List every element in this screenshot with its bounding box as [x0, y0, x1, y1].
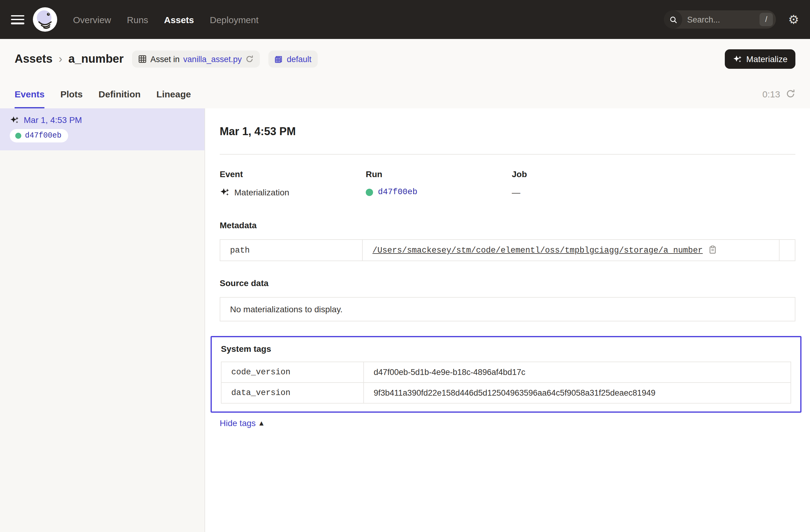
- metadata-key: path: [220, 240, 362, 261]
- refresh-countdown: 0:13: [763, 88, 780, 99]
- nav-item-deployment[interactable]: Deployment: [210, 14, 259, 25]
- table-row: data_version 9f3b411a390fd22e158d446d5d1…: [221, 383, 791, 403]
- table-row: code_version d47f00eb-5d1b-4e9e-b18c-489…: [221, 362, 791, 383]
- tabs-row: Events Plots Definition Lineage 0:13: [0, 79, 810, 108]
- event-column-header: Event: [220, 169, 366, 179]
- run-chip[interactable]: d47f00eb: [10, 129, 68, 142]
- metadata-heading: Metadata: [220, 220, 795, 230]
- system-tags-highlight-box: System tags code_version d47f00eb-5d1b-4…: [211, 336, 801, 413]
- event-list-item-selected[interactable]: Mar 1, 4:53 PM d47f00eb: [0, 108, 205, 150]
- sparkle-icon: [733, 54, 742, 64]
- job-value: —: [512, 188, 520, 197]
- search-shortcut-key: /: [760, 13, 773, 26]
- event-list-sidebar: Mar 1, 4:53 PM d47f00eb: [0, 108, 205, 532]
- menu-icon[interactable]: [11, 15, 25, 24]
- metadata-path-link[interactable]: /Users/smackesey/stm/code/elementl/oss/t…: [372, 246, 703, 255]
- system-tag-key: data_version: [221, 383, 363, 403]
- refresh-icon[interactable]: [785, 89, 795, 99]
- system-tag-value: d47f00eb-5d1b-4e9e-b18c-4896af4bd17c: [363, 362, 791, 383]
- system-tag-value: 9f3b411a390fd22e158d446d5d12504963596aa6…: [363, 383, 791, 403]
- top-nav: Overview Runs Assets Deployment / ⚙: [0, 0, 810, 39]
- system-tags-heading: System tags: [221, 344, 791, 354]
- breadcrumb-assets[interactable]: Assets: [15, 52, 53, 66]
- metadata-section: Metadata path /Users/smackesey/stm/code/…: [220, 220, 795, 261]
- event-type-value: Materialization: [234, 188, 289, 197]
- event-detail-title: Mar 1, 4:53 PM: [220, 125, 795, 138]
- materialize-button[interactable]: Materialize: [725, 49, 795, 69]
- page-header: Assets › a_number Asset in vanilla_asset…: [0, 39, 810, 79]
- tab-lineage[interactable]: Lineage: [157, 79, 191, 108]
- metadata-table: path /Users/smackesey/stm/code/elementl/…: [220, 239, 795, 261]
- caret-up-icon: ▲: [259, 420, 263, 426]
- sparkle-icon: [220, 188, 229, 197]
- search-box[interactable]: /: [664, 10, 776, 29]
- copy-icon[interactable]: [708, 245, 717, 254]
- metadata-tail-cell: [779, 240, 795, 261]
- divider: [220, 154, 795, 155]
- asset-file-link[interactable]: vanilla_asset.py: [183, 54, 242, 64]
- table-grid-icon: [138, 55, 147, 63]
- breadcrumb-asset-name: a_number: [68, 52, 124, 66]
- sparkle-icon: [10, 115, 19, 125]
- hide-tags-link[interactable]: Hide tags ▲: [220, 418, 263, 428]
- run-status-dot: [366, 188, 373, 196]
- chevron-right-icon: ›: [59, 53, 62, 65]
- tab-events[interactable]: Events: [15, 79, 45, 108]
- layered-grid-icon: [274, 55, 283, 63]
- tab-plots[interactable]: Plots: [60, 79, 82, 108]
- system-tags-table: code_version d47f00eb-5d1b-4e9e-b18c-489…: [221, 361, 791, 404]
- run-id: d47f00eb: [25, 131, 62, 140]
- screenshot-root: Overview Runs Assets Deployment / ⚙ Asse…: [0, 0, 810, 532]
- tab-definition[interactable]: Definition: [99, 79, 141, 108]
- asset-definition-badge: Asset in vanilla_asset.py: [132, 50, 260, 68]
- run-column-header: Run: [366, 169, 512, 179]
- source-data-heading: Source data: [220, 278, 795, 288]
- reload-definition-icon[interactable]: [245, 55, 254, 63]
- search-icon: [664, 10, 682, 29]
- event-detail-panel: Mar 1, 4:53 PM Event Materialization Run: [205, 108, 810, 532]
- group-default-link[interactable]: default: [287, 54, 311, 64]
- nav-item-assets[interactable]: Assets: [164, 14, 194, 25]
- run-status-dot: [15, 133, 21, 139]
- run-id-link[interactable]: d47f00eb: [378, 188, 418, 197]
- search-input[interactable]: [682, 15, 760, 24]
- source-data-section: Source data No materializations to displ…: [220, 278, 795, 321]
- nav-item-runs[interactable]: Runs: [127, 14, 148, 25]
- nav-links: Overview Runs Assets Deployment: [73, 14, 259, 25]
- nav-item-overview[interactable]: Overview: [73, 14, 111, 25]
- group-badge[interactable]: default: [269, 50, 318, 68]
- event-timestamp: Mar 1, 4:53 PM: [24, 115, 82, 125]
- gear-icon[interactable]: ⚙: [788, 13, 799, 26]
- system-tag-key: code_version: [221, 362, 363, 383]
- table-row: path /Users/smackesey/stm/code/elementl/…: [220, 240, 795, 261]
- materialize-label: Materialize: [746, 54, 788, 64]
- hide-tags-label: Hide tags: [220, 418, 256, 428]
- dagster-logo-icon[interactable]: [33, 7, 57, 32]
- asset-in-label: Asset in: [150, 54, 179, 64]
- source-data-empty-message: No materializations to display.: [220, 297, 795, 321]
- job-column-header: Job: [512, 169, 795, 179]
- event-summary: Event Materialization Run d47f00eb: [220, 169, 795, 197]
